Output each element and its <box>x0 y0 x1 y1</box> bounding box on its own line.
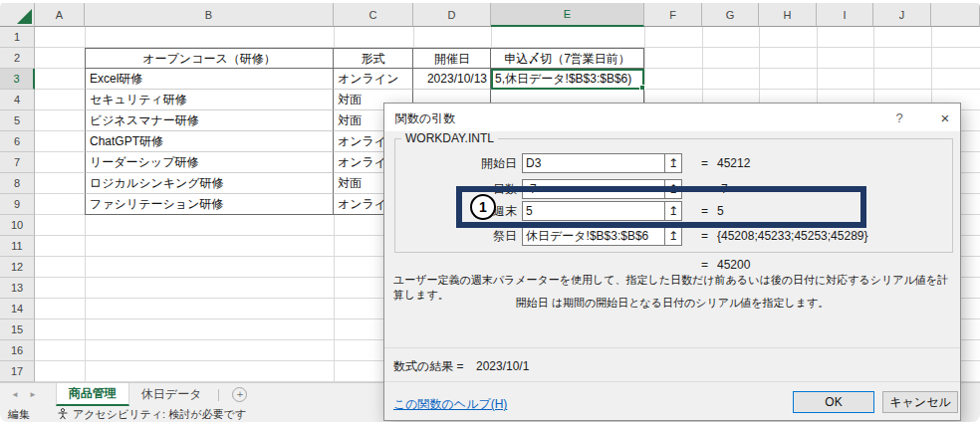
separator <box>384 381 960 382</box>
cell-b4[interactable]: セキュリティ研修 <box>85 90 334 110</box>
equals-sign: = <box>701 255 708 275</box>
arg-label: 開始日 <box>399 153 517 173</box>
row-header-14[interactable]: 14 <box>0 299 35 319</box>
arg-row-start-date: 開始日 D3 ↥ = 45212 <box>384 153 960 173</box>
formula-result-row: 数式の結果 = 2023/10/1 <box>393 358 529 375</box>
column-headers: A B C D E F G H I J <box>0 3 980 27</box>
argument-hint: 開始日 は期間の開始日となる日付のシリアル値を指定します。 <box>384 296 960 311</box>
accessibility-status-text: アクセシビリティ: 検討が必要です <box>73 407 246 422</box>
holidays-field[interactable]: 休日データ!$B$3:$B$6 <box>522 226 665 246</box>
column-header-d[interactable]: D <box>413 3 491 27</box>
collapse-dialog-icon[interactable]: ↥ <box>664 226 682 246</box>
cell-c3[interactable]: オンライン <box>334 69 413 90</box>
arg-result: 45212 <box>717 153 750 173</box>
prev-sheet-icon[interactable]: ◄ <box>6 390 24 399</box>
cell-b3[interactable]: Excel研修 <box>85 69 334 90</box>
function-result-line: = 45200 <box>384 255 960 275</box>
column-header-g[interactable]: G <box>702 3 759 27</box>
header-cell-course[interactable]: オープンコース（研修） <box>85 48 334 69</box>
function-help-link[interactable]: この関数のヘルプ(H) <box>393 396 507 413</box>
column-header-b[interactable]: B <box>85 3 334 27</box>
select-all-button[interactable] <box>0 3 35 27</box>
collapse-dialog-icon[interactable]: ↥ <box>664 153 682 173</box>
function-result-value: 45200 <box>717 255 750 275</box>
separator <box>384 347 960 348</box>
row-header-1[interactable]: 1 <box>0 27 35 48</box>
arg-row-holidays: 祭日 休日データ!$B$3:$B$6 ↥ = {45208;45233;4525… <box>384 226 960 246</box>
row-header-15[interactable]: 15 <box>0 319 35 340</box>
dialog-help-icon[interactable]: ? <box>888 108 910 128</box>
annotation-highlight-box <box>456 186 866 228</box>
formula-result-label: 数式の結果 = <box>393 359 464 373</box>
cell-d3[interactable]: 2023/10/13 <box>413 69 491 90</box>
add-sheet-icon[interactable]: + <box>232 387 247 402</box>
tab-divider <box>218 389 219 401</box>
column-header-e-selected[interactable]: E <box>491 3 644 27</box>
column-header-partial[interactable] <box>931 3 980 27</box>
formula-result-value: 2023/10/1 <box>476 359 529 373</box>
cell-e3-active-formula[interactable]: 5,休日データ!$B$3:$B$6) <box>491 69 644 90</box>
accessibility-icon <box>57 408 69 420</box>
cell-mode-indicator: 編集 <box>8 407 30 422</box>
row-header-10[interactable]: 10 <box>0 215 35 236</box>
close-icon[interactable]: × <box>932 107 958 128</box>
sheet-tab-holidays[interactable]: 休日データ <box>129 383 214 406</box>
cell-b8[interactable]: ロジカルシンキング研修 <box>85 173 334 194</box>
row-header-12[interactable]: 12 <box>0 257 35 278</box>
header-cell-deadline[interactable]: 申込〆切（7営業日前） <box>491 48 644 69</box>
column-header-h[interactable]: H <box>759 3 817 27</box>
cell-b5[interactable]: ビジネスマナー研修 <box>85 110 334 131</box>
dialog-title-bar[interactable]: 関数の引数 ? × <box>384 104 960 131</box>
column-header-c[interactable]: C <box>334 3 413 27</box>
accessibility-checker[interactable]: アクセシビリティ: 検討が必要です <box>57 407 246 422</box>
row-header-17[interactable]: 17 <box>0 361 35 382</box>
arg-label: 祭日 <box>399 226 517 246</box>
select-all-triangle-icon <box>17 9 32 24</box>
column-header-f[interactable]: F <box>644 3 702 27</box>
next-sheet-icon[interactable]: ► <box>24 390 42 399</box>
annotation-number-badge: 1 <box>470 194 496 220</box>
table-row: Excel研修 オンライン 2023/10/13 5,休日データ!$B$3:$B… <box>0 69 980 90</box>
column-header-i[interactable]: I <box>817 3 873 27</box>
column-header-a[interactable]: A <box>35 3 85 27</box>
row-header-16[interactable]: 16 <box>0 340 35 361</box>
header-cell-date[interactable]: 開催日 <box>413 48 491 69</box>
cancel-button[interactable]: キャンセル <box>882 391 958 413</box>
row-header-11[interactable]: 11 <box>0 236 35 257</box>
cell-b7[interactable]: リーダーシップ研修 <box>85 152 334 173</box>
row-header-13[interactable]: 13 <box>0 278 35 299</box>
function-name-label: WORKDAY.INTL <box>401 131 498 145</box>
sheet-tab-active[interactable]: 商品管理 <box>56 383 129 406</box>
header-cell-format[interactable]: 形式 <box>334 48 413 69</box>
excel-window: A B C D E F G H I J 1 2 3 4 5 6 7 8 9 10… <box>0 0 980 422</box>
table-header-row: オープンコース（研修） 形式 開催日 申込〆切（7営業日前） <box>0 48 980 69</box>
column-header-j[interactable]: J <box>873 3 931 27</box>
dialog-title: 関数の引数 <box>395 110 455 127</box>
equals-sign: = <box>701 226 708 246</box>
formula-tail-text: 5,休日データ!$B$3:$B$6) <box>495 72 631 86</box>
equals-sign: = <box>701 153 708 173</box>
arg-result: {45208;45233;45253;45289} <box>717 226 868 246</box>
ok-button[interactable]: OK <box>793 391 874 413</box>
cell-b6[interactable]: ChatGPT研修 <box>85 131 334 152</box>
function-arguments-dialog: 関数の引数 ? × WORKDAY.INTL 開始日 D3 ↥ = 45212 … <box>383 103 961 421</box>
cell-b9[interactable]: ファシリテーション研修 <box>85 194 334 215</box>
start-date-field[interactable]: D3 <box>522 153 665 173</box>
